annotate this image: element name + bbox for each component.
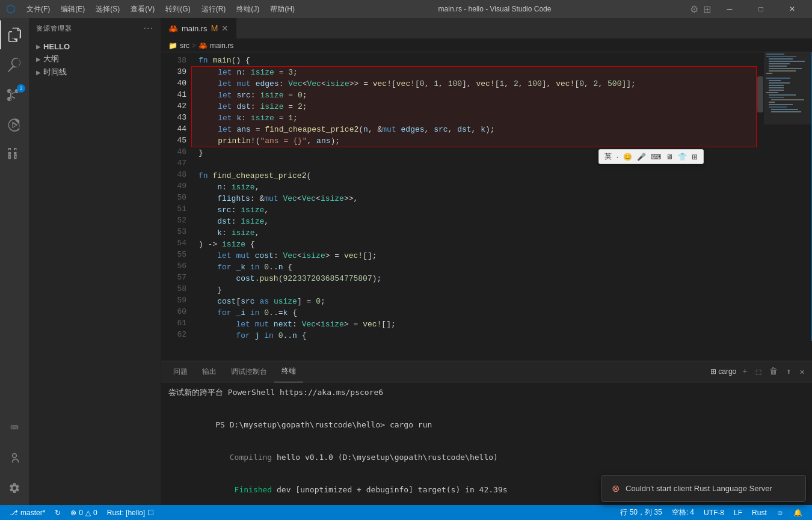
line-num-57: 57 (161, 272, 186, 283)
rust-checkbox-icon: ☐ (147, 509, 154, 517)
ime-shirt[interactable]: 👕 (676, 152, 689, 162)
titlebar-right: ⚙ ⊞ ─ □ ✕ (690, 0, 806, 18)
maximize-panel-button[interactable]: ⬆ (784, 366, 793, 378)
terminal-name-label: ⊞ cargo (710, 367, 736, 376)
ime-keyboard[interactable]: ⌨ (649, 152, 663, 162)
code-line-54: ) -> isize { (191, 239, 757, 250)
kill-terminal-button[interactable]: 🗑 (767, 366, 780, 378)
source-control-activity-icon[interactable]: 3 (0, 81, 29, 109)
ime-emoji[interactable]: 😊 (621, 152, 634, 162)
extensions-activity-icon[interactable] (0, 141, 29, 170)
explorer-activity-icon[interactable] (0, 20, 29, 49)
run-debug-activity-icon[interactable] (0, 111, 29, 139)
panel-tab-problems[interactable]: 问题 (166, 361, 195, 382)
sidebar-item-outline[interactable]: ▶ 大纲 (29, 52, 161, 66)
split-terminal-button[interactable]: ⬚ (754, 366, 763, 378)
minimize-button[interactable]: ─ (716, 0, 743, 18)
language-status[interactable]: Rust (747, 505, 772, 520)
notification-bell-status[interactable]: 🔔 (789, 505, 807, 520)
line-num-56: 56 (161, 260, 186, 272)
settings-sync-icon[interactable]: ⚙ (690, 4, 698, 15)
line-num-62: 62 (161, 329, 186, 340)
menu-bar: 文件(F) 编辑(E) 选择(S) 查看(V) 转到(G) 运行(R) 终端(J… (22, 3, 300, 16)
layout-icon[interactable]: ⊞ (703, 4, 711, 15)
panel-tab-terminal[interactable]: 终端 (274, 361, 303, 382)
menu-goto[interactable]: 转到(G) (161, 3, 195, 16)
terminal-line-2 (168, 398, 805, 409)
line-num-43: 43 (161, 112, 186, 123)
remote-icon[interactable]: ⌨ (0, 414, 29, 442)
panel-tab-debug-console[interactable]: 调试控制台 (224, 361, 274, 382)
new-terminal-button[interactable]: + (740, 366, 749, 378)
editor-area: 🦀 main.rs M ✕ 📁 src > 🦀 main.rs 38 39 40… (161, 18, 812, 505)
line-num-42: 42 (161, 100, 186, 112)
menu-edit[interactable]: 编辑(E) (56, 3, 90, 16)
git-branch-status[interactable]: ⎇ master* (5, 505, 50, 520)
sync-status[interactable]: ↻ (50, 505, 66, 520)
close-panel-button[interactable]: ✕ (798, 366, 807, 378)
minimap (764, 52, 812, 361)
sync-icon: ↻ (55, 509, 61, 517)
breadcrumb-file[interactable]: main.rs (210, 41, 233, 50)
bell-icon: 🔔 (793, 509, 802, 517)
code-line-52: dst: isize, (191, 216, 757, 227)
search-activity-icon[interactable] (0, 50, 29, 79)
tab-main-rs[interactable]: 🦀 main.rs M ✕ (161, 18, 236, 38)
line-numbers: 38 39 40 41 42 43 44 45 46 47 48 49 50 5… (161, 52, 191, 361)
ime-grid[interactable]: ⊞ (690, 152, 700, 162)
terminal-compiling-pkg: hello v0.1.0 (D:\mysetup\gopath\rustcode… (277, 453, 498, 462)
account-icon[interactable] (0, 444, 29, 473)
vertical-scrollbar[interactable] (757, 52, 764, 361)
code-line-38: fn main() { (191, 55, 757, 66)
indent-status[interactable]: 空格: 4 (667, 505, 699, 520)
sidebar-more-button[interactable]: ··· (144, 23, 153, 34)
panel-tab-output[interactable]: 输出 (195, 361, 224, 382)
line-num-45: 45 (161, 135, 186, 146)
menu-terminal[interactable]: 终端(J) (232, 3, 264, 16)
ime-dot[interactable]: · (615, 152, 620, 162)
code-editor: 38 39 40 41 42 43 44 45 46 47 48 49 50 5… (161, 52, 812, 361)
encoding-status[interactable]: UTF-8 (699, 505, 729, 520)
line-ending-status[interactable]: LF (729, 505, 747, 520)
code-line-48: fn find_cheapest_price2( (191, 170, 757, 182)
tab-close-button[interactable]: ✕ (221, 23, 229, 33)
menu-select[interactable]: 选择(S) (91, 3, 125, 16)
menu-file[interactable]: 文件(F) (22, 3, 55, 16)
menu-run[interactable]: 运行(R) (197, 3, 231, 16)
ime-lang[interactable]: 英 (603, 151, 614, 162)
breadcrumb-src[interactable]: src (180, 41, 189, 50)
window-controls: ─ □ ✕ (716, 0, 806, 18)
errors-status[interactable]: ⊗ 0 △ 0 (66, 505, 102, 520)
notification-toast: ⊗ Couldn't start client Rust Language Se… (601, 475, 806, 502)
close-button[interactable]: ✕ (778, 0, 806, 18)
code-line-58: } (191, 284, 757, 296)
warning-icon: △ (85, 509, 91, 517)
feedback-status[interactable]: ☺ (772, 505, 789, 520)
line-num-50: 50 (161, 192, 186, 203)
encoding-text: UTF-8 (704, 509, 724, 517)
sidebar-item-timeline[interactable]: ▶ 时间线 (29, 66, 161, 79)
code-line-60: for _i in 0..=k { (191, 307, 757, 319)
rust-status[interactable]: Rust: [hello] ☐ (102, 505, 159, 520)
code-content[interactable]: fn main() { let n: isize = 3; let mut ed… (191, 52, 757, 361)
settings-icon[interactable] (0, 474, 29, 503)
code-line-57: cost.push(9223372036854775807); (191, 273, 757, 284)
ime-voice[interactable]: 🎤 (635, 152, 648, 162)
panel-tabs: 问题 输出 调试控制台 终端 ⊞ cargo + ⬚ 🗑 ⬆ ✕ (161, 361, 812, 382)
code-line-40: let mut edges: Vec<Vec<isize>> = vec![ve… (191, 78, 757, 90)
cursor-position-status[interactable]: 行 50，列 35 (615, 505, 666, 520)
code-line-39: let n: isize = 3; (191, 66, 757, 78)
line-num-38: 38 (161, 55, 186, 66)
code-line-41: let src: isize = 0; (191, 90, 757, 101)
menu-help[interactable]: 帮助(H) (265, 3, 300, 16)
maximize-button[interactable]: □ (747, 0, 775, 18)
main-layout: 3 ⌨ 资源管理器 ··· ▶ HELLO (0, 18, 812, 505)
scroll-thumb[interactable] (757, 76, 763, 112)
menu-view[interactable]: 查看(V) (126, 3, 159, 16)
ime-screen[interactable]: 🖥 (664, 152, 675, 162)
rust-status-text: Rust: [hello] (107, 509, 145, 517)
notification-message: Couldn't start client Rust Language Serv… (626, 484, 772, 493)
sidebar-item-hello[interactable]: ▶ HELLO (29, 41, 161, 52)
hello-label: HELLO (43, 42, 70, 51)
warning-count: 0 (93, 509, 97, 517)
